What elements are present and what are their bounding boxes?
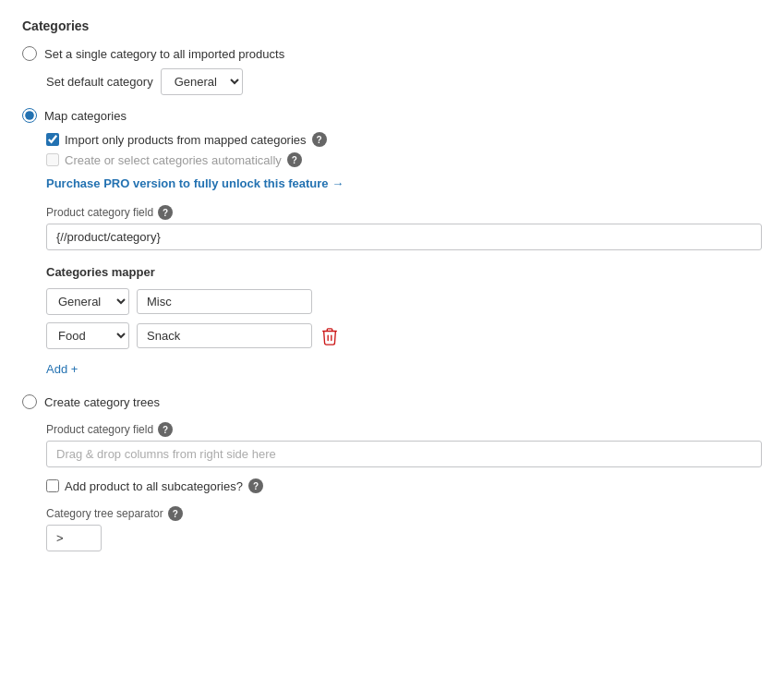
import-only-row: Import only products from mapped categor… <box>46 132 762 147</box>
section-title: Categories <box>22 18 762 33</box>
mapper-value-input-1[interactable] <box>137 289 312 314</box>
radio-create-row: Create category trees <box>22 394 762 409</box>
delete-mapper-row-2-button[interactable] <box>320 325 340 347</box>
separator-help-icon[interactable]: ? <box>168 506 183 521</box>
pro-link[interactable]: Purchase PRO version to fully unlock thi… <box>46 176 344 190</box>
default-category-label: Set default category <box>46 75 153 89</box>
add-mapper-row-link[interactable]: Add + <box>46 362 78 376</box>
page-container: Categories Set a single category to all … <box>22 18 762 551</box>
mapper-row-1: General Misc Food Snack <box>46 288 762 315</box>
create-options: Product category field ? Add product to … <box>46 422 762 551</box>
mapper-title: Categories mapper <box>46 265 762 279</box>
field2-help-icon[interactable]: ? <box>158 422 173 437</box>
subcategory-help-icon[interactable]: ? <box>248 478 263 493</box>
auto-create-row: Create or select categories automaticall… <box>46 152 762 167</box>
mapper-category-select-1[interactable]: General Misc Food Snack <box>46 288 129 315</box>
radio-create[interactable] <box>22 394 37 409</box>
radio-single-label[interactable]: Set a single category to all imported pr… <box>44 47 284 61</box>
radio-map-label[interactable]: Map categories <box>44 109 127 123</box>
product-category-input-2[interactable] <box>46 441 762 467</box>
mapper-category-select-2[interactable]: General Misc Food Snack <box>46 322 129 349</box>
auto-create-label: Create or select categories automaticall… <box>65 153 282 167</box>
radio-single[interactable] <box>22 46 37 61</box>
trash-icon <box>321 327 338 345</box>
default-category-row: Set default category General Misc Food S… <box>46 68 762 95</box>
field1-help-icon[interactable]: ? <box>158 205 173 220</box>
radio-single-row: Set a single category to all imported pr… <box>22 46 762 61</box>
auto-create-help-icon[interactable]: ? <box>287 152 302 167</box>
radio-map-row: Map categories <box>22 108 762 123</box>
subcategory-row: Add product to all subcategories? ? <box>46 478 762 493</box>
radio-map[interactable] <box>22 108 37 123</box>
product-category-field-label-2: Product category field ? <box>46 422 762 437</box>
import-only-help-icon[interactable]: ? <box>312 132 327 147</box>
subcategory-checkbox[interactable] <box>46 479 59 492</box>
map-options: Import only products from mapped categor… <box>46 132 762 376</box>
separator-input[interactable] <box>46 525 102 551</box>
mapper-value-input-2[interactable] <box>137 323 312 348</box>
default-category-select[interactable]: General Misc Food Snack <box>161 68 243 95</box>
mapper-row-2: General Misc Food Snack <box>46 322 762 349</box>
separator-label: Category tree separator ? <box>46 506 762 521</box>
import-only-label[interactable]: Import only products from mapped categor… <box>65 133 307 147</box>
auto-create-checkbox[interactable] <box>46 153 59 166</box>
product-category-field-label-1: Product category field ? <box>46 205 762 220</box>
import-only-checkbox[interactable] <box>46 133 59 146</box>
product-category-input-1[interactable] <box>46 224 762 250</box>
subcategory-label[interactable]: Add product to all subcategories? <box>65 479 243 493</box>
radio-create-label[interactable]: Create category trees <box>44 395 160 409</box>
